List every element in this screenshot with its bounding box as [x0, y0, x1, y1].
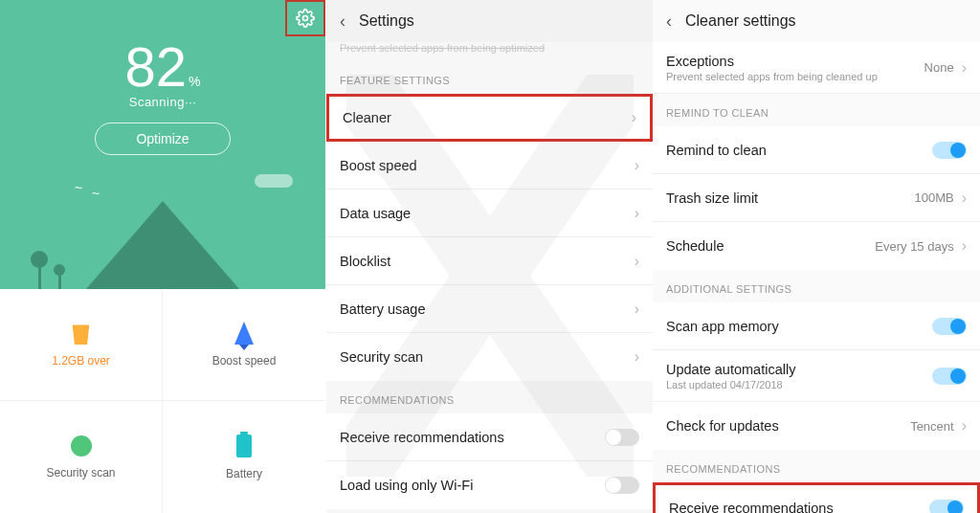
row-blocklist[interactable]: Blocklist ›: [326, 237, 653, 285]
row-label: Remind to clean: [666, 143, 767, 158]
chevron-right-icon: ›: [962, 59, 967, 77]
header: ‹ Cleaner settings: [653, 0, 980, 42]
tree-stem-icon: [58, 274, 61, 289]
row-label: Battery usage: [340, 301, 425, 317]
row-label: Receive recommendations: [340, 430, 504, 445]
toggle-switch[interactable]: [932, 142, 967, 159]
row-cleaner[interactable]: Cleaner ›: [326, 94, 653, 142]
hero-illustration: ~ ~: [0, 174, 325, 289]
section-header: FEATURE SETTINGS: [326, 61, 653, 94]
hero-area: 82% Scanning··· Optimize ~ ~: [0, 0, 325, 289]
row-boost-speed[interactable]: Boost speed ›: [326, 142, 653, 190]
toggle-switch[interactable]: [605, 477, 639, 494]
row-label: Exceptions: [666, 54, 878, 69]
cleaner-settings-screen: ‹ Cleaner settings Exceptions Prevent se…: [653, 0, 980, 513]
row-label: Data usage: [340, 206, 411, 221]
row-battery-usage[interactable]: Battery usage ›: [326, 285, 653, 333]
tile-boost[interactable]: Boost speed: [163, 289, 325, 401]
row-value: Tencent: [910, 419, 954, 434]
row-load-wifi-only[interactable]: Load using only Wi-Fi: [326, 461, 653, 509]
optimize-button[interactable]: Optimize: [95, 123, 231, 155]
svg-point-0: [303, 16, 308, 21]
settings-screen: ‹ Settings Prevent selected apps from be…: [326, 0, 653, 513]
trash-icon: [71, 322, 92, 345]
row-schedule[interactable]: Schedule Every 15 days ›: [653, 222, 980, 270]
toggle-switch[interactable]: [929, 500, 964, 514]
truncated-description: Prevent selected apps from being optimiz…: [326, 42, 653, 61]
row-security-scan[interactable]: Security scan ›: [326, 333, 653, 381]
row-value: 100MB: [914, 190, 953, 205]
row-label: Scan app memory: [666, 319, 779, 334]
row-exceptions[interactable]: Exceptions Prevent selected apps from be…: [653, 42, 980, 94]
row-value: None: [924, 60, 954, 75]
tile-battery[interactable]: Battery: [163, 401, 325, 513]
section-header: RECOMMENDATIONS: [326, 381, 653, 413]
row-sublabel: Prevent selected apps from being cleaned…: [666, 71, 878, 82]
row-value: Every 15 days: [875, 239, 953, 254]
page-title: Settings: [359, 12, 414, 30]
row-label: Trash size limit: [666, 190, 758, 206]
page-title: Cleaner settings: [685, 12, 796, 30]
score-percent: %: [189, 74, 200, 89]
row-label: Check for updates: [666, 418, 779, 434]
bird-icon: ~: [75, 180, 82, 195]
back-icon[interactable]: ‹: [340, 11, 345, 32]
gear-icon: [296, 9, 315, 28]
row-remind-to-clean[interactable]: Remind to clean: [653, 126, 980, 174]
row-data-usage[interactable]: Data usage ›: [326, 190, 653, 237]
chevron-right-icon: ›: [635, 253, 639, 270]
chevron-right-icon: ›: [635, 348, 639, 366]
header: ‹ Settings: [326, 0, 653, 42]
row-trash-size-limit[interactable]: Trash size limit 100MB ›: [653, 174, 980, 222]
row-label: Load using only Wi-Fi: [340, 478, 473, 493]
shield-icon: [71, 435, 92, 457]
row-receive-recommendations[interactable]: Receive recommendations: [653, 482, 980, 513]
chevron-right-icon: ›: [962, 237, 967, 255]
score-status: Scanning···: [0, 95, 325, 109]
section-header: REMIND TO CLEAN: [653, 94, 980, 126]
row-label: Schedule: [666, 238, 724, 254]
tool-grid: 1.2GB over Boost speed Security scan Bat…: [0, 289, 325, 513]
section-header: ADDITIONAL SETTINGS: [653, 270, 980, 302]
row-label: Boost speed: [340, 158, 417, 173]
tile-security[interactable]: Security scan: [0, 401, 163, 513]
settings-gear-highlight[interactable]: [285, 0, 325, 36]
score-number: 82: [125, 34, 188, 99]
row-sublabel: Last updated 04/17/2018: [666, 379, 795, 390]
row-label: Cleaner: [343, 110, 391, 125]
tile-cleaner[interactable]: 1.2GB over: [0, 289, 163, 401]
toggle-switch[interactable]: [605, 429, 639, 446]
chevron-right-icon: ›: [635, 205, 639, 222]
row-update-automatically[interactable]: Update automatically Last updated 04/17/…: [653, 350, 980, 402]
tile-label: 1.2GB over: [52, 354, 110, 368]
toggle-switch[interactable]: [932, 368, 967, 385]
chevron-right-icon: ›: [962, 190, 967, 207]
tile-label: Security scan: [46, 466, 115, 480]
row-label: Security scan: [340, 349, 423, 365]
bird-icon: ~: [92, 186, 100, 201]
chevron-right-icon: ›: [962, 417, 967, 435]
tree-stem-icon: [38, 266, 41, 289]
tile-label: Battery: [226, 467, 262, 480]
row-label: Update automatically: [666, 362, 795, 377]
row-check-for-updates[interactable]: Check for updates Tencent ›: [653, 402, 980, 450]
back-icon[interactable]: ‹: [666, 11, 672, 32]
security-app-home: 82% Scanning··· Optimize ~ ~ 1.2GB over …: [0, 0, 326, 513]
row-label: Receive recommendations: [669, 501, 834, 514]
section-header: RECOMMENDATIONS: [653, 450, 980, 482]
chevron-right-icon: ›: [635, 301, 639, 318]
row-scan-app-memory[interactable]: Scan app memory: [653, 302, 980, 350]
cloud-icon: [255, 174, 293, 188]
score-display: 82% Scanning··· Optimize: [0, 0, 325, 155]
row-receive-recommendations[interactable]: Receive recommendations: [326, 413, 653, 461]
chevron-right-icon: ›: [635, 157, 639, 174]
row-label: Blocklist: [340, 254, 390, 269]
monster-icon: [149, 188, 176, 201]
chevron-right-icon: ›: [632, 109, 636, 126]
battery-icon: [236, 435, 252, 457]
rocket-icon: [234, 322, 254, 345]
toggle-switch[interactable]: [932, 318, 967, 335]
mountain-icon: [86, 201, 239, 289]
tile-label: Boost speed: [212, 354, 277, 368]
